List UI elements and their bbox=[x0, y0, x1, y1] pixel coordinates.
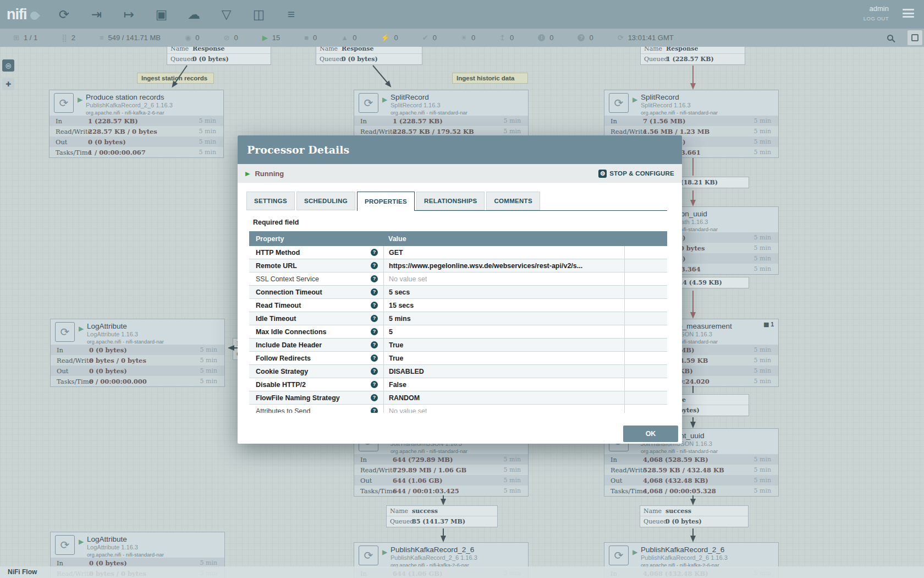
stop-configure-icon: ⚙ bbox=[598, 170, 607, 178]
stat-label: Tasks/Time bbox=[604, 487, 643, 495]
tab-relationships[interactable]: RELATIONSHIPS bbox=[416, 192, 485, 210]
property-row: Idle Timeout?5 mins bbox=[249, 312, 667, 325]
help-icon[interactable]: ? bbox=[371, 341, 378, 348]
stat-window: 5 min bbox=[753, 367, 778, 374]
stat-label: In bbox=[604, 117, 643, 125]
flow-label[interactable]: Ingest historic data bbox=[452, 73, 528, 84]
stop-configure-button[interactable]: ⚙ STOP & CONFIGURE bbox=[598, 170, 674, 178]
processor-header: ⟳▶PublishKafkaRecord_2_6PublishKafkaReco… bbox=[604, 543, 778, 568]
stat-window: 5 min bbox=[503, 117, 528, 124]
help-icon[interactable]: ? bbox=[371, 368, 378, 375]
property-row: Connection Timeout?5 secs bbox=[249, 286, 667, 299]
stat-window: 5 min bbox=[198, 149, 223, 156]
help-icon[interactable]: ? bbox=[371, 328, 378, 335]
connection-label[interactable]: NamesuccessQueued0 (0 bytes) bbox=[640, 505, 749, 527]
remote-process-group-icon[interactable]: ☁ bbox=[185, 5, 204, 24]
processor-type: PublishKafkaRecord_2_6 1.16.3 bbox=[86, 102, 223, 108]
active-threads-count: ⊞1 / 1 bbox=[13, 34, 37, 42]
connection-label-row: Namesuccess bbox=[387, 506, 497, 516]
processor-node[interactable]: ⟳▶Produce station recordsPublishKafkaRec… bbox=[49, 90, 224, 158]
stat-label: Read/Write bbox=[354, 128, 393, 135]
help-icon[interactable]: ? bbox=[371, 275, 378, 282]
stat-window: 5 min bbox=[753, 255, 778, 262]
logout-link[interactable]: LOG OUT bbox=[864, 15, 889, 21]
property-name: Follow Redirects bbox=[256, 355, 371, 362]
stat-label: In bbox=[354, 456, 393, 464]
process-group-icon[interactable]: ▣ bbox=[152, 5, 171, 24]
processor-header: ⟳▶LogAttributeLogAttribute 1.16.3org.apa… bbox=[51, 532, 224, 558]
tab-comments[interactable]: COMMENTS bbox=[486, 192, 540, 210]
locally-modified-count: ✳0 bbox=[461, 34, 475, 42]
property-name: Idle Timeout bbox=[256, 315, 371, 323]
processor-name: LogAttribute bbox=[87, 535, 224, 543]
properties-table: Property Value HTTP Method?GETRemote URL… bbox=[249, 231, 667, 413]
stat-window: 5 min bbox=[198, 138, 223, 145]
property-name: Disable HTTP/2 bbox=[256, 381, 371, 389]
property-value-cell: 5 mins bbox=[383, 312, 625, 325]
tab-scheduling[interactable]: SCHEDULING bbox=[296, 192, 355, 210]
tab-settings[interactable]: SETTINGS bbox=[246, 192, 295, 210]
stat-row: Read/Write528.59 KB / 432.48 KB5 min bbox=[604, 465, 778, 475]
processor-name: Produce station records bbox=[86, 93, 223, 101]
processor-icon[interactable]: ⟳ bbox=[55, 5, 74, 24]
property-name: FlowFile Naming Strategy bbox=[256, 394, 371, 402]
template-icon[interactable]: ◫ bbox=[250, 5, 268, 24]
processor-type-icon: ⟳ bbox=[609, 93, 629, 113]
input-port-icon[interactable]: ⇥ bbox=[87, 5, 106, 24]
refresh-icon[interactable]: ⟳ bbox=[618, 34, 624, 42]
stat-window: 5 min bbox=[503, 466, 528, 473]
property-name: Connection Timeout bbox=[256, 288, 371, 296]
stat-label: Read/Write bbox=[50, 128, 88, 135]
output-port-icon[interactable]: ↦ bbox=[120, 5, 139, 24]
processor-name: LogAttribute bbox=[87, 322, 224, 330]
modified-stale-count-icon: ! bbox=[538, 34, 545, 41]
stat-row: Tasks/Time4,068 / 00:00:05.3285 min bbox=[604, 486, 778, 496]
processor-name: PublishKafkaRecord_2_6 bbox=[641, 546, 778, 554]
running-count-icon: ▶ bbox=[262, 34, 268, 42]
flow-label[interactable]: Ingest station records bbox=[137, 73, 214, 84]
birdseye-button[interactable]: ◎ bbox=[2, 59, 14, 72]
help-icon[interactable]: ? bbox=[371, 288, 378, 296]
processor-titles: PublishKafkaRecord_2_6PublishKafkaRecord… bbox=[391, 543, 528, 568]
operate-panel-toggle[interactable] bbox=[908, 30, 922, 45]
help-icon[interactable]: ? bbox=[371, 394, 378, 401]
stat-window: 5 min bbox=[753, 477, 778, 484]
move-tool-button[interactable]: ✚ bbox=[2, 78, 14, 90]
run-status-icon: ▶ bbox=[79, 538, 84, 546]
property-name-cell: FlowFile Naming Strategy? bbox=[249, 391, 383, 404]
connection-key: Queued bbox=[387, 518, 412, 525]
stat-row: Out4,068 (432.48 KB)5 min bbox=[604, 475, 778, 486]
search-icon[interactable] bbox=[887, 35, 893, 41]
run-status-icon: ▶ bbox=[382, 548, 387, 556]
stat-window: 5 min bbox=[753, 466, 778, 473]
processor-node[interactable]: ⟳▶LogAttributeLogAttribute 1.16.3org.apa… bbox=[50, 319, 225, 387]
breadcrumb[interactable]: NiFi Flow bbox=[0, 566, 924, 578]
help-icon[interactable]: ? bbox=[371, 355, 378, 362]
property-value-cell: 15 secs bbox=[383, 299, 625, 312]
connection-label[interactable]: NamesuccessQueued85 (141.37 MB) bbox=[386, 505, 498, 527]
help-icon[interactable]: ? bbox=[371, 302, 378, 309]
last-refresh: ⟳ 13:01:41 GMT bbox=[618, 34, 674, 42]
connection-value: 1 (228.57 KB) bbox=[666, 56, 714, 63]
help-icon[interactable]: ? bbox=[371, 381, 378, 388]
processor-type: LogAttribute 1.16.3 bbox=[87, 331, 224, 337]
help-icon[interactable]: ? bbox=[371, 407, 378, 413]
label-icon[interactable]: ≡ bbox=[282, 5, 301, 24]
global-menu-icon[interactable] bbox=[903, 9, 914, 20]
ok-button[interactable]: OK bbox=[623, 426, 678, 442]
help-icon[interactable]: ? bbox=[371, 315, 378, 322]
connection-key: Name bbox=[387, 508, 412, 515]
help-icon[interactable]: ? bbox=[371, 249, 378, 256]
property-value: 15 secs bbox=[389, 302, 414, 309]
property-value-cell: 5 bbox=[383, 325, 625, 338]
help-icon[interactable]: ? bbox=[371, 262, 378, 269]
property-name-cell: SSL Context Service? bbox=[249, 272, 383, 285]
property-row: HTTP Method?GET bbox=[249, 246, 667, 259]
connection-value: success bbox=[666, 508, 691, 515]
queued-flowfiles-count-icon: ≡ bbox=[100, 34, 104, 42]
tab-properties[interactable]: PROPERTIES bbox=[357, 192, 415, 211]
stat-value: 4,068 (528.59 KB) bbox=[643, 456, 753, 464]
funnel-icon[interactable]: ▽ bbox=[217, 5, 236, 24]
property-value: RANDOM bbox=[389, 394, 420, 402]
stat-label: Out bbox=[50, 138, 88, 146]
